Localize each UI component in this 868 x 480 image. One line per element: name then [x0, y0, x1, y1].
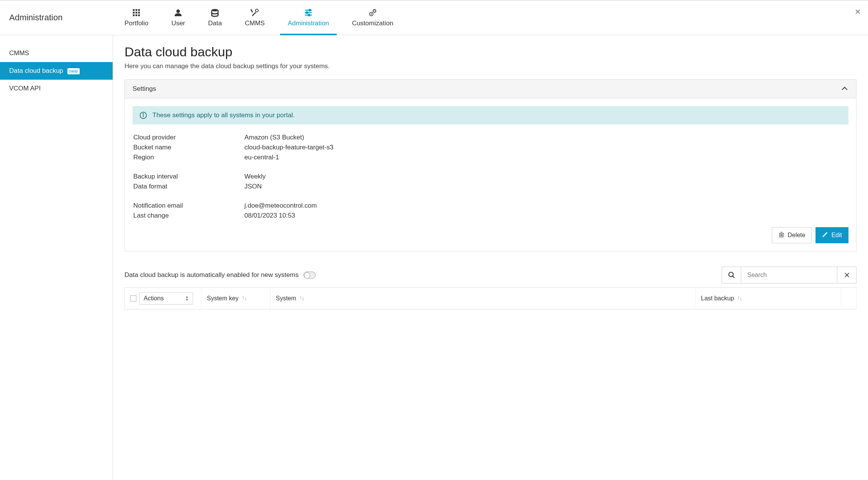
svg-rect-8: [138, 15, 140, 16]
topbar-title: Administration: [0, 0, 113, 35]
search-group: [722, 267, 857, 283]
nav-administration[interactable]: Administration: [276, 0, 341, 35]
delete-button-label: Delete: [788, 232, 805, 239]
svg-line-33: [732, 276, 734, 278]
clear-search-icon[interactable]: [837, 267, 856, 283]
auto-enable-toggle[interactable]: [303, 272, 316, 278]
nav-cmms[interactable]: CMMS: [233, 0, 276, 35]
grid-icon: [131, 8, 142, 17]
settings-row-region: Region eu-central-1: [133, 154, 848, 161]
settings-label: Bucket name: [133, 144, 244, 151]
settings-value: Amazon (S3 Bucket): [244, 134, 304, 141]
settings-panel-header[interactable]: Settings: [125, 80, 856, 98]
sidebar-item-data-cloud-backup[interactable]: Data cloud backup new: [0, 62, 113, 80]
settings-label: Backup interval: [133, 173, 244, 180]
edit-button[interactable]: Edit: [816, 227, 848, 243]
svg-rect-6: [133, 15, 135, 16]
settings-label: Region: [133, 154, 244, 161]
settings-row-notification-email: Notification email j.doe@meteocontrol.co…: [133, 202, 848, 210]
settings-label: Last change: [133, 212, 244, 220]
trash-icon: [778, 231, 784, 239]
info-icon: [139, 111, 147, 119]
sidebar-item-label: VCOM API: [9, 85, 41, 92]
search-input[interactable]: [741, 267, 837, 283]
svg-point-14: [309, 9, 311, 11]
nav-user[interactable]: User: [160, 0, 197, 35]
topbar-nav: Portfolio User Data CMMS: [113, 0, 868, 35]
svg-rect-4: [136, 12, 138, 14]
svg-point-20: [371, 13, 372, 15]
search-icon[interactable]: [722, 267, 741, 283]
settings-value: 08/01/2023 10:53: [244, 212, 295, 220]
sidebar-item-label: CMMS: [9, 49, 29, 57]
svg-rect-12: [251, 9, 253, 13]
sidebar: CMMS Data cloud backup new VCOM API: [0, 35, 113, 480]
select-all-checkbox[interactable]: [130, 295, 136, 301]
settings-row-last-change: Last change 08/01/2023 10:53: [133, 212, 848, 220]
settings-row-backup-interval: Backup interval Weekly: [133, 173, 848, 180]
tools-icon: [249, 8, 260, 17]
nav-label: Portfolio: [124, 20, 148, 27]
auto-enable-label: Data cloud backup is automatically enabl…: [124, 271, 299, 279]
sort-icon[interactable]: [737, 296, 742, 301]
settings-value: cloud-backup-feature-target-s3: [244, 144, 333, 151]
sort-icon[interactable]: [242, 296, 247, 301]
nav-portfolio[interactable]: Portfolio: [113, 0, 160, 35]
systems-table: Actions ▲▼ System key: [124, 287, 857, 310]
nav-label: CMMS: [245, 20, 265, 27]
nav-label: Administration: [288, 20, 329, 27]
svg-rect-7: [136, 15, 138, 16]
sidebar-item-cmms[interactable]: CMMS: [0, 44, 113, 62]
settings-label: Notification email: [133, 202, 244, 210]
column-system-key: System key: [207, 295, 239, 302]
nav-label: Data: [208, 20, 222, 27]
actions-label: Actions: [144, 295, 164, 302]
page-title: Data cloud backup: [124, 44, 857, 59]
svg-rect-5: [138, 12, 140, 14]
svg-point-9: [177, 10, 180, 13]
svg-rect-3: [133, 12, 135, 14]
settings-list: Cloud provider Amazon (S3 Bucket) Bucket…: [133, 134, 848, 220]
close-icon[interactable]: ✕: [855, 7, 861, 16]
info-text: These settings apply to all systems in y…: [152, 111, 295, 119]
user-icon: [173, 8, 183, 17]
actions-dropdown[interactable]: Actions ▲▼: [139, 292, 193, 305]
sort-arrows-icon: ▲▼: [185, 295, 189, 301]
new-badge: new: [67, 68, 80, 74]
settings-panel-title: Settings: [133, 85, 156, 93]
settings-panel-body: These settings apply to all systems in y…: [125, 98, 856, 251]
auto-enable-row: Data cloud backup is automatically enabl…: [124, 267, 857, 283]
sidebar-item-vcom-api[interactable]: VCOM API: [0, 80, 113, 97]
settings-label: Cloud provider: [133, 134, 244, 141]
settings-label: Data format: [133, 183, 244, 190]
svg-point-11: [255, 9, 258, 12]
svg-point-25: [143, 113, 144, 114]
settings-row-bucket-name: Bucket name cloud-backup-feature-target-…: [133, 144, 848, 151]
database-icon: [210, 8, 220, 17]
svg-point-10: [212, 9, 218, 11]
settings-row-data-format: Data format JSON: [133, 183, 848, 190]
gears-icon: [367, 8, 378, 17]
page-description: Here you can manage the data cloud backu…: [124, 62, 857, 70]
sort-icon[interactable]: [299, 296, 305, 301]
nav-customization[interactable]: Customization: [341, 0, 405, 35]
nav-label: User: [171, 20, 185, 27]
info-banner: These settings apply to all systems in y…: [133, 106, 848, 125]
edit-button-label: Edit: [831, 232, 842, 239]
delete-button[interactable]: Delete: [772, 227, 812, 243]
svg-rect-0: [133, 9, 135, 11]
svg-point-22: [374, 11, 375, 11]
settings-row-cloud-provider: Cloud provider Amazon (S3 Bucket): [133, 134, 848, 141]
settings-panel: Settings These settings apply to all sys…: [124, 79, 857, 251]
nav-data[interactable]: Data: [197, 0, 233, 35]
topbar: Administration Portfolio User Data: [0, 0, 868, 35]
settings-value: JSON: [244, 183, 262, 190]
chevron-up-icon: [841, 85, 848, 93]
svg-point-18: [308, 14, 310, 16]
nav-label: Customization: [352, 20, 393, 27]
sliders-icon: [303, 8, 314, 17]
sidebar-item-label: Data cloud backup: [9, 67, 63, 74]
settings-value: j.doe@meteocontrol.com: [244, 202, 317, 210]
pencil-icon: [822, 231, 828, 239]
column-system: System: [276, 295, 296, 302]
